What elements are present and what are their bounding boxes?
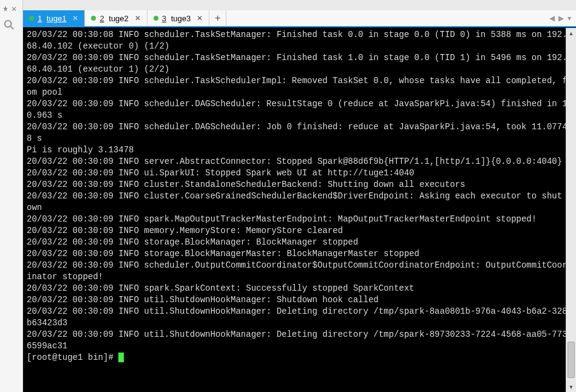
new-tab-button[interactable]: + — [209, 10, 226, 26]
tab-navigation: ◀ ▶ ▾ — [544, 10, 576, 26]
tab-bar: 1 tuge1 ✕ 2 tuge2 ✕ 3 tuge3 ✕ + ◀ ▶ ▾ — [23, 10, 576, 27]
scroll-down-icon[interactable]: ▼ — [566, 382, 576, 392]
left-toolbar: ✕ — [0, 0, 23, 392]
tab-label: 1 tuge1 — [38, 14, 66, 23]
pin-icon[interactable] — [2, 5, 8, 13]
close-tab-icon[interactable]: ✕ — [135, 14, 141, 22]
tab-next-icon[interactable]: ▶ — [558, 14, 564, 22]
status-dot-icon — [29, 16, 34, 21]
terminal-output[interactable]: 20/03/22 00:30:08 INFO scheduler.TaskSet… — [23, 27, 576, 392]
close-tab-icon[interactable]: ✕ — [72, 14, 78, 22]
tab-tuge3[interactable]: 3 tuge3 ✕ — [147, 10, 209, 26]
close-panel-icon[interactable]: ✕ — [11, 5, 17, 13]
terminal-text: 20/03/22 00:30:08 INFO scheduler.TaskSet… — [27, 30, 572, 351]
scroll-up-icon[interactable]: ▲ — [566, 28, 576, 38]
tab-menu-icon[interactable]: ▾ — [568, 14, 571, 22]
tab-label: 2 tuge2 — [100, 14, 128, 23]
svg-line-1 — [11, 27, 14, 30]
status-dot-icon — [91, 16, 96, 21]
cursor-icon — [118, 353, 124, 362]
svg-point-0 — [5, 21, 12, 27]
tab-tuge2[interactable]: 2 tuge2 ✕ — [85, 10, 147, 26]
scroll-track[interactable] — [566, 38, 576, 382]
shell-prompt: [root@tuge1 bin]# — [27, 353, 118, 362]
tab-prev-icon[interactable]: ◀ — [549, 14, 555, 22]
tab-tuge1[interactable]: 1 tuge1 ✕ — [23, 10, 85, 26]
status-dot-icon — [154, 16, 158, 21]
breadcrumb — [23, 0, 576, 10]
search-icon[interactable] — [4, 22, 15, 32]
scroll-thumb[interactable] — [568, 342, 575, 378]
vertical-scrollbar[interactable]: ▲ ▼ — [566, 28, 576, 392]
tab-label: 3 tuge3 — [162, 14, 191, 23]
close-tab-icon[interactable]: ✕ — [197, 14, 203, 22]
